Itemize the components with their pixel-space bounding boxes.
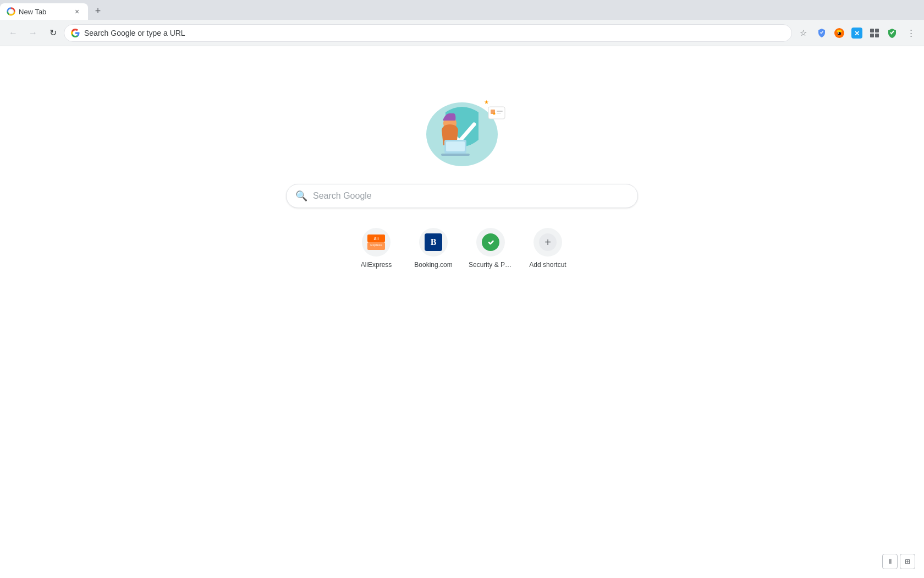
add-plus-icon: +	[539, 233, 557, 251]
tab-bar: New Tab × +	[0, 0, 924, 20]
aliexpress-label: AliExpress	[361, 261, 392, 269]
extension-x-icon[interactable]: ✕	[849, 25, 865, 41]
menu-button[interactable]: ⋮	[902, 24, 920, 42]
pause-icon: ⏸	[887, 558, 893, 565]
customize-button[interactable]: ⊞	[900, 554, 915, 569]
svg-text:★: ★	[492, 111, 496, 116]
svg-text:Ali: Ali	[374, 237, 379, 241]
search-icon: 🔍	[295, 190, 307, 202]
svg-point-2	[9, 10, 13, 13]
shortcut-aliexpress[interactable]: Ali Express AliExpress	[354, 228, 398, 269]
bookmark-icon: ☆	[800, 28, 807, 38]
google-icon	[71, 29, 80, 37]
toolbar-actions: ☆ ✕	[794, 24, 920, 42]
pause-button[interactable]: ⏸	[882, 554, 898, 569]
search-placeholder: Search Google	[313, 191, 372, 201]
booking-icon-bg: B	[419, 228, 448, 257]
address-bar[interactable]: Search Google or type a URL	[64, 24, 792, 42]
toolbar: ← → ↻ Search Google or type a URL ☆	[0, 20, 924, 46]
extension-fox-icon[interactable]	[832, 25, 847, 41]
booking-label: Booking.com	[414, 261, 452, 269]
svg-point-5	[838, 32, 839, 34]
forward-button[interactable]: →	[24, 24, 42, 42]
security-icon-bg	[476, 228, 505, 257]
aliexpress-icon-bg: Ali Express	[362, 228, 391, 257]
extension-shield-icon[interactable]	[814, 25, 829, 41]
svg-text:Express: Express	[370, 243, 382, 247]
tab-title: New Tab	[19, 8, 69, 16]
forward-icon: →	[29, 28, 37, 38]
svg-text:★: ★	[484, 99, 489, 105]
shortcut-security[interactable]: Security & Priv...	[469, 228, 513, 269]
customize-icon: ⊞	[905, 558, 910, 565]
bottom-controls: ⏸ ⊞	[882, 554, 915, 569]
page-content: ★ ★ 🔍 Search Google Ali	[0, 46, 924, 578]
tab-favicon	[7, 7, 15, 16]
booking-letter-icon: B	[425, 233, 442, 251]
svg-rect-9	[875, 29, 879, 32]
active-tab[interactable]: New Tab ×	[0, 3, 88, 20]
security-checkmark-icon	[482, 233, 499, 251]
svg-rect-20	[497, 113, 501, 114]
back-button[interactable]: ←	[4, 24, 22, 42]
svg-point-4	[838, 32, 841, 35]
extension-grid-icon[interactable]	[867, 25, 882, 41]
extension-guard-icon[interactable]	[884, 25, 900, 41]
tab-close-button[interactable]: ×	[73, 7, 81, 16]
refresh-icon: ↻	[50, 28, 57, 38]
bookmark-button[interactable]: ☆	[794, 24, 812, 42]
shortcut-booking[interactable]: B Booking.com	[411, 228, 455, 269]
hero-illustration: ★ ★	[407, 90, 517, 173]
svg-rect-8	[870, 29, 874, 32]
menu-icon: ⋮	[907, 28, 915, 38]
svg-text:✕: ✕	[854, 30, 860, 37]
add-shortcut-label: Add shortcut	[529, 261, 566, 269]
refresh-button[interactable]: ↻	[44, 24, 62, 42]
svg-rect-10	[870, 34, 874, 37]
shortcut-add[interactable]: + Add shortcut	[526, 228, 570, 269]
security-label: Security & Priv...	[469, 261, 513, 269]
svg-rect-11	[875, 34, 879, 37]
add-shortcut-icon-bg: +	[534, 228, 562, 257]
svg-rect-15	[446, 141, 465, 151]
address-text: Search Google or type a URL	[84, 29, 785, 37]
new-tab-button[interactable]: +	[90, 3, 106, 19]
svg-rect-19	[497, 111, 503, 112]
svg-rect-16	[441, 154, 470, 156]
back-icon: ←	[9, 28, 18, 38]
search-container: 🔍 Search Google	[286, 184, 638, 208]
shortcuts-container: Ali Express AliExpress B Booking.com	[354, 228, 570, 269]
search-bar[interactable]: 🔍 Search Google	[286, 184, 638, 208]
